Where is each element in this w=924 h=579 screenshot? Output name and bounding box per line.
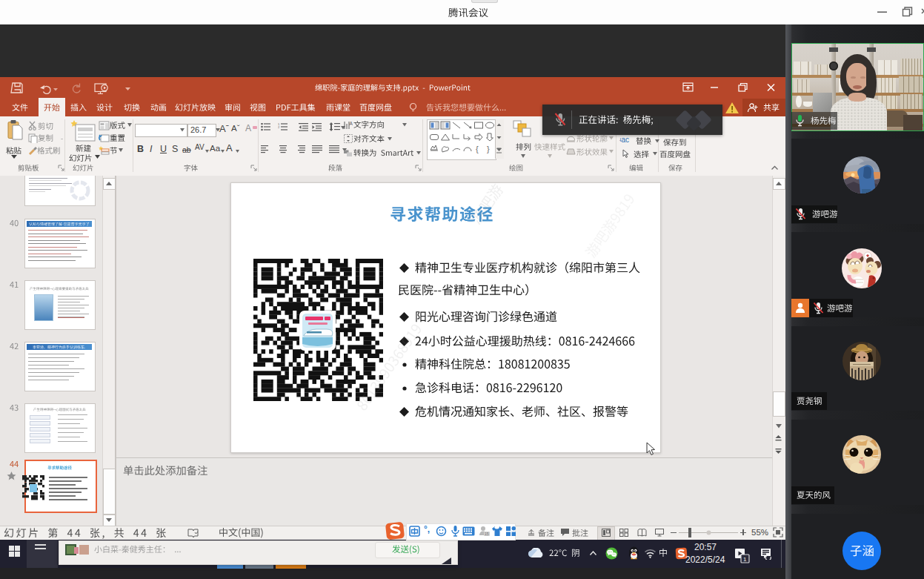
svg-text:}: } [487,145,490,153]
svg-text:2: 2 [278,125,280,129]
svg-text:1: 1 [743,556,747,563]
svg-text:15: 15 [485,532,489,536]
svg-text:{: { [476,145,479,153]
svg-text:A: A [350,121,353,126]
